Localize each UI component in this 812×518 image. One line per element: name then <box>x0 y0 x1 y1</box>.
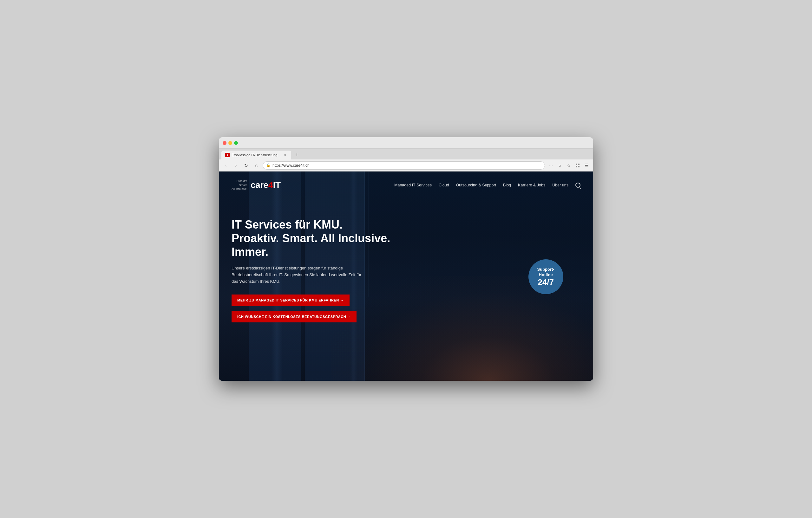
svg-rect-0 <box>576 163 577 165</box>
support-badge-time: 24/7 <box>538 278 554 287</box>
browser-tab[interactable]: 4 Erstklassige IT-Dienstleistunge... × <box>222 151 291 159</box>
minimize-button[interactable] <box>228 141 232 145</box>
extension-icon[interactable] <box>574 162 581 169</box>
url-bar[interactable]: 🔒 https://www.care4it.ch <box>263 161 545 170</box>
nav-links: Managed IT Services Cloud Outsourcing & … <box>394 183 580 188</box>
hero-content: IT Services für KMU. Proaktiv. Smart. Al… <box>219 199 425 323</box>
new-tab-button[interactable]: + <box>292 151 301 159</box>
svg-rect-2 <box>576 166 577 167</box>
url-text: https://www.care4it.ch <box>272 163 310 168</box>
cta-managed-it-button[interactable]: MEHR ZU MANAGED IT SERVICES FÜR KMU ERFA… <box>232 295 350 306</box>
search-icon[interactable] <box>575 183 580 188</box>
logo-area: Proaktiv. Smart. All Inclusive. care4IT <box>232 179 281 191</box>
maximize-button[interactable] <box>234 141 238 145</box>
tab-favicon: 4 <box>225 153 230 157</box>
address-bar: ‹ › ↻ ⌂ 🔒 https://www.care4it.ch ··· ○ ☆… <box>219 159 593 172</box>
forward-button[interactable]: › <box>232 162 240 169</box>
nav-cloud[interactable]: Cloud <box>439 183 449 187</box>
nav-outsourcing[interactable]: Outsourcing & Support <box>456 183 496 187</box>
nav-managed-it[interactable]: Managed IT Services <box>394 183 432 187</box>
menu-button[interactable]: ☰ <box>583 162 590 169</box>
title-bar <box>219 137 593 149</box>
cta-consultation-button[interactable]: ICH WÜNSCHE EIN KOSTENLOSES BERATUNGSGES… <box>232 311 356 323</box>
hero-body-text: Unsere erstklassigen IT-Dienstleistungen… <box>232 265 365 285</box>
browser-window: 4 Erstklassige IT-Dienstleistunge... × +… <box>219 137 593 381</box>
back-button[interactable]: ‹ <box>222 162 230 169</box>
svg-rect-3 <box>578 166 580 167</box>
traffic-lights <box>223 141 238 145</box>
hero-headline: IT Services für KMU. Proaktiv. Smart. Al… <box>232 218 412 259</box>
bookmark-icon[interactable]: ☆ <box>565 162 572 169</box>
support-badge-text: Support- Hotline <box>537 267 554 278</box>
security-icon: 🔒 <box>266 163 270 167</box>
nav-blog[interactable]: Blog <box>503 183 511 187</box>
logo-text: care4IT <box>251 180 281 190</box>
close-button[interactable] <box>223 141 227 145</box>
more-button[interactable]: ··· <box>548 162 554 169</box>
tab-bar: 4 Erstklassige IT-Dienstleistunge... × + <box>219 149 593 159</box>
tab-close-button[interactable]: × <box>283 153 287 157</box>
support-badge: Support- Hotline 24/7 <box>528 259 563 294</box>
website-content: Proaktiv. Smart. All Inclusive. care4IT … <box>219 172 593 381</box>
refresh-button[interactable]: ↻ <box>242 162 250 169</box>
svg-rect-1 <box>578 163 580 165</box>
home-button[interactable]: ⌂ <box>253 162 260 169</box>
pocket-icon[interactable]: ○ <box>556 162 563 169</box>
hero-buttons: MEHR ZU MANAGED IT SERVICES FÜR KMU ERFA… <box>232 295 412 323</box>
logo-tagline: Proaktiv. Smart. All Inclusive. <box>232 179 248 191</box>
toolbar-right: ··· ○ ☆ ☰ <box>548 162 590 169</box>
site-navigation: Proaktiv. Smart. All Inclusive. care4IT … <box>219 172 593 199</box>
nav-karriere[interactable]: Karriere & Jobs <box>518 183 545 187</box>
tab-title: Erstklassige IT-Dienstleistunge... <box>232 153 281 157</box>
nav-ueber-uns[interactable]: Über uns <box>552 183 569 187</box>
